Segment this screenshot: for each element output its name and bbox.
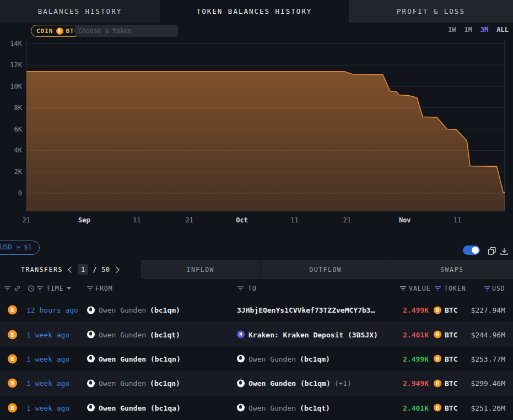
entity-text: Owen Gunden bbox=[99, 330, 146, 339]
transfer-to-cell[interactable]: MKraken: Kraken Deposit (3BSJX) bbox=[237, 330, 378, 339]
svg-text:Oct: Oct bbox=[236, 216, 248, 224]
tab-outflow[interactable]: OUTFLOW bbox=[260, 260, 390, 279]
total-pages: 50 bbox=[101, 265, 110, 274]
entity-avatar-icon bbox=[237, 355, 245, 363]
transfer-time-link[interactable]: 1 week ago bbox=[26, 330, 69, 339]
column-from[interactable]: FROM bbox=[95, 285, 113, 292]
column-token[interactable]: TOKEN bbox=[444, 285, 466, 292]
token-filter-icon[interactable] bbox=[434, 286, 441, 292]
svg-text:6K: 6K bbox=[14, 126, 23, 133]
svg-text:14K: 14K bbox=[10, 40, 22, 47]
svg-text:2K: 2K bbox=[14, 168, 23, 176]
clock-icon[interactable] bbox=[28, 285, 35, 292]
token-balances-page: BALANCES HISTORY TOKEN BALANCES HISTORY … bbox=[0, 0, 513, 420]
entity-avatar-notch bbox=[89, 380, 92, 384]
transfer-from-cell[interactable]: Owen Gunden (bc1qn) bbox=[87, 354, 181, 363]
chart-table-sync-toggle[interactable] bbox=[463, 246, 480, 255]
tab-token-balances-history[interactable]: TOKEN BALANCES HISTORY bbox=[160, 0, 349, 23]
transfer-time-link[interactable]: 1 week ago bbox=[26, 403, 69, 412]
transfer-value: 2.949K bbox=[368, 379, 429, 388]
toggle-knob bbox=[472, 247, 479, 254]
filter-icon[interactable] bbox=[4, 286, 11, 292]
entity-avatar-notch bbox=[89, 356, 92, 360]
entity-avatar-notch bbox=[239, 380, 242, 384]
table-row[interactable]: B1 week agoOwen Gunden (bc1qt)MKraken: K… bbox=[0, 322, 513, 346]
to-filter-icon[interactable] bbox=[237, 286, 244, 292]
svg-text:11: 11 bbox=[133, 216, 141, 224]
balance-history-chart[interactable]: 02K4K6K8K10K12K14K21Sep1121Oct1121Nov11 bbox=[0, 23, 513, 238]
time-filter-icon[interactable] bbox=[36, 286, 44, 292]
table-row[interactable]: B12 hours agoOwen Gunden (bc1qm)3JHbjEQe… bbox=[0, 298, 513, 322]
tab-profit-and-loss[interactable]: PROFIT & LOSS bbox=[349, 0, 513, 23]
transfer-time-link[interactable]: 1 week ago bbox=[26, 354, 69, 363]
transfer-from-cell[interactable]: Owen Gunden (bc1qm) bbox=[87, 306, 180, 314]
entity-avatar-notch bbox=[239, 356, 242, 360]
tab-balances-history[interactable]: BALANCES HISTORY bbox=[0, 0, 160, 23]
transfer-time-link[interactable]: 12 hours ago bbox=[26, 306, 78, 314]
entity-text: Owen Gunden bbox=[99, 379, 146, 388]
tab-swaps[interactable]: SWAPS bbox=[391, 260, 513, 279]
transfer-to-cell[interactable]: Owen Gunden (bc1qm)(+1) bbox=[237, 379, 352, 388]
entity-avatar-notch bbox=[89, 332, 92, 336]
pagination: 1 / 50 bbox=[69, 264, 118, 275]
entity-text: (bc1qm) bbox=[150, 306, 180, 314]
usd-threshold-filter-chip[interactable]: USD ≥ $1 bbox=[0, 241, 40, 255]
entity-avatar-notch bbox=[89, 307, 92, 311]
transfer-to-cell[interactable]: 3JHbjEQenYs1CVVkef73TZZveMCY7b3… bbox=[237, 306, 375, 314]
transfer-from-cell[interactable]: Owen Gunden (bc1qa) bbox=[87, 403, 181, 412]
table-column-header: TIME FROM TO VALUE TOKEN USD bbox=[0, 279, 513, 298]
entity-text: (bc1qn) bbox=[150, 379, 180, 388]
transfer-usd-value: $253.77M bbox=[450, 354, 505, 363]
prev-page-icon[interactable] bbox=[68, 266, 74, 272]
table-row[interactable]: B1 week agoOwen Gunden (bc1qa)Owen Gunde… bbox=[0, 396, 513, 420]
entity-text: (bc1qt) bbox=[300, 403, 330, 412]
btc-token-icon: B bbox=[8, 306, 17, 315]
transfer-from-cell[interactable]: Owen Gunden (bc1qt) bbox=[87, 330, 180, 339]
entity-avatar-icon bbox=[87, 306, 95, 314]
transfer-time-link[interactable]: 1 week ago bbox=[26, 379, 69, 388]
svg-text:12K: 12K bbox=[10, 61, 22, 69]
btc-token-icon: B bbox=[8, 330, 17, 339]
svg-text:10K: 10K bbox=[10, 83, 22, 90]
transfers-label: TRANSFERS bbox=[21, 266, 63, 274]
next-page-icon[interactable] bbox=[113, 266, 119, 272]
entity-avatar-notch bbox=[89, 405, 92, 409]
transfer-value: 2.401K bbox=[368, 330, 429, 339]
svg-text:Sep: Sep bbox=[78, 216, 90, 224]
download-icon[interactable] bbox=[499, 246, 509, 256]
transfer-value: 2.499K bbox=[368, 306, 429, 314]
tab-inflow[interactable]: INFLOW bbox=[141, 260, 261, 279]
transfer-to-cell[interactable]: Owen Gunden (bc1qm) bbox=[237, 354, 330, 363]
page-separator: / bbox=[93, 265, 97, 274]
btc-token-icon: B bbox=[434, 379, 441, 387]
svg-text:0: 0 bbox=[18, 189, 22, 197]
entity-text: Owen Gunden (bc1qa) bbox=[99, 403, 181, 412]
column-usd[interactable]: USD bbox=[492, 285, 505, 292]
entity-text: (bc1qm) bbox=[300, 354, 330, 363]
transfer-to-cell[interactable]: Owen Gunden (bc1qt) bbox=[237, 403, 330, 412]
table-row[interactable]: B1 week agoOwen Gunden (bc1qn)Owen Gunde… bbox=[0, 371, 513, 395]
entity-text: Owen Gunden (bc1qn) bbox=[99, 354, 181, 363]
tab-transfers[interactable]: TRANSFERS 1 / 50 bbox=[0, 260, 141, 279]
entity-text: Owen Gunden bbox=[249, 354, 296, 363]
table-row[interactable]: B1 week agoOwen Gunden (bc1qn)Owen Gunde… bbox=[0, 347, 513, 371]
usd-filter-icon[interactable] bbox=[484, 286, 491, 292]
entity-avatar-icon bbox=[237, 379, 245, 387]
entity-text: (+1) bbox=[334, 379, 352, 388]
transfer-value: 2.401K bbox=[368, 403, 429, 412]
link-icon[interactable] bbox=[14, 285, 21, 292]
entity-text: Kraken: Kraken Deposit (3BSJX) bbox=[249, 330, 378, 339]
from-filter-icon[interactable] bbox=[87, 286, 94, 292]
time-sort-caret-icon[interactable] bbox=[67, 287, 71, 290]
svg-text:11: 11 bbox=[453, 216, 461, 224]
entity-avatar-icon bbox=[87, 404, 95, 412]
column-value[interactable]: VALUE bbox=[409, 285, 431, 292]
copy-icon[interactable] bbox=[487, 246, 497, 256]
value-filter-icon[interactable] bbox=[399, 286, 407, 292]
entity-text: Owen Gunden bbox=[99, 306, 146, 314]
entity-avatar-icon bbox=[87, 355, 95, 363]
column-to[interactable]: TO bbox=[248, 285, 257, 292]
svg-text:21: 21 bbox=[343, 216, 351, 224]
transfer-from-cell[interactable]: Owen Gunden (bc1qn) bbox=[87, 379, 180, 388]
column-time[interactable]: TIME bbox=[46, 285, 64, 292]
